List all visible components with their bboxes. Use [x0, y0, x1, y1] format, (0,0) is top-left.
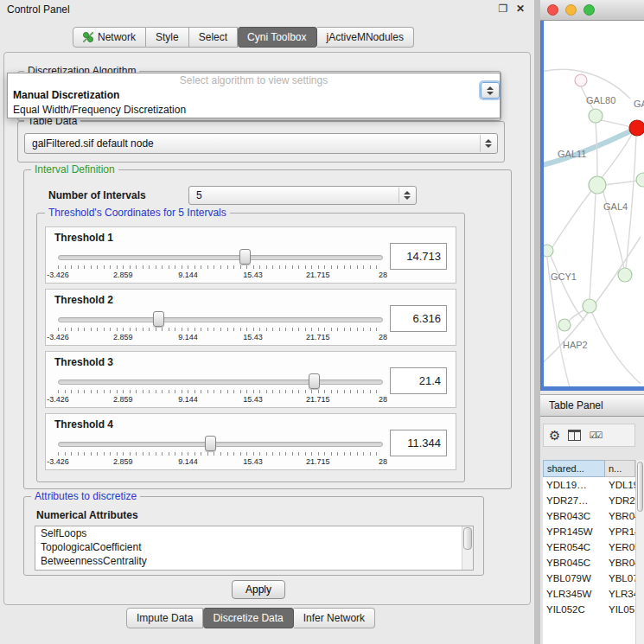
network-node[interactable]: [544, 245, 553, 257]
tab-label: Select: [199, 28, 227, 47]
table-row[interactable]: YDL19…YDL19: [543, 477, 635, 493]
network-node[interactable]: [636, 173, 644, 187]
network-node[interactable]: [618, 268, 632, 282]
float-window-icon[interactable]: ❐: [496, 3, 510, 15]
attribute-item[interactable]: TopologicalCoefficient: [35, 540, 473, 554]
tab-network[interactable]: Network: [73, 27, 146, 48]
numerical-attributes-label: Numerical Attributes: [36, 509, 138, 521]
tab-select[interactable]: Select: [189, 27, 238, 48]
slider-thumb[interactable]: [205, 436, 216, 451]
cell-shared-name: YBL079W: [543, 571, 605, 586]
threshold-1-slider[interactable]: [58, 253, 383, 262]
threshold-4-label: Threshold 4: [54, 418, 113, 430]
combo-arrows-icon: [480, 135, 496, 152]
cell-name: YBR04: [605, 555, 635, 571]
node-label: HAP2: [563, 340, 588, 350]
network-node[interactable]: [575, 74, 587, 86]
tab-infer-network[interactable]: Infer Network: [294, 608, 375, 628]
threshold-3-slider[interactable]: [58, 378, 383, 386]
attributes-scrollbar[interactable]: [462, 526, 473, 570]
tick-label: 2.859: [113, 333, 133, 341]
network-edge[interactable]: [544, 69, 630, 99]
network-edge[interactable]: [590, 194, 596, 299]
columns-icon[interactable]: [568, 430, 581, 441]
gear-icon[interactable]: ⚙: [549, 429, 560, 442]
number-of-intervals-combo[interactable]: 5: [188, 186, 417, 205]
network-edge[interactable]: [552, 191, 591, 247]
stepper-up-icon: [487, 86, 494, 90]
close-traffic-light-icon[interactable]: [547, 4, 558, 16]
slider-thumb[interactable]: [153, 311, 164, 327]
attribute-item[interactable]: SelfLoops: [35, 526, 473, 540]
network-node[interactable]: [589, 176, 606, 194]
table-row[interactable]: YBL079WYBL07: [543, 571, 635, 586]
network-edge[interactable]: [601, 120, 630, 127]
scrollbar-thumb[interactable]: [637, 462, 643, 512]
cell-name: YDL19: [605, 477, 635, 493]
tab-style[interactable]: Style: [146, 27, 189, 48]
threshold-2-slider[interactable]: [58, 316, 383, 324]
table-header-row: shared... n...: [543, 460, 635, 477]
table-row[interactable]: YDR27…YDR27: [543, 493, 635, 508]
network-canvas[interactable]: GAL80GAGAL11GAL4GCY1HAP2: [544, 21, 644, 386]
network-node[interactable]: [589, 109, 603, 123]
select-columns-icon[interactable]: ☑☑: [589, 431, 601, 440]
table-row[interactable]: YBR043CYBR04: [543, 508, 635, 524]
tab-label: Impute Data: [137, 609, 193, 628]
top-tab-bar: NetworkStyleSelectCyni ToolboxjActiveMNo…: [73, 27, 414, 48]
table-row[interactable]: YBR045CYBR04: [543, 555, 635, 571]
tab-discretize-data[interactable]: Discretize Data: [203, 608, 293, 628]
tick-label: 21.715: [306, 271, 330, 279]
tab-jactivemnodules[interactable]: jActiveMNodules: [317, 27, 414, 48]
network-node[interactable]: [583, 299, 596, 313]
algorithm-option-manual[interactable]: Manual Discretization: [8, 88, 500, 103]
scrollbar-thumb[interactable]: [463, 527, 472, 550]
number-of-intervals-value: 5: [196, 189, 202, 201]
selected-network-node[interactable]: [629, 120, 644, 136]
tick-label: 21.715: [306, 457, 330, 466]
minimize-traffic-light-icon[interactable]: [565, 4, 577, 16]
threshold-3-value[interactable]: 21.4: [390, 367, 447, 394]
tick-label: 28: [379, 395, 387, 404]
tab-impute-data[interactable]: Impute Data: [126, 608, 203, 628]
table-row[interactable]: YIL052CYIL05: [543, 602, 635, 617]
network-edge[interactable]: [596, 123, 597, 176]
column-header-shared-name[interactable]: shared...: [543, 460, 605, 477]
cell-shared-name: YLR345W: [543, 586, 605, 602]
column-header-name[interactable]: n...: [605, 460, 635, 477]
slider-thumb[interactable]: [309, 373, 320, 389]
table-row[interactable]: YER054CYER05: [543, 539, 635, 555]
node-label: GAL11: [558, 149, 586, 159]
slider-tickmarks: [58, 265, 383, 269]
threshold-1-value[interactable]: 14.713: [390, 243, 447, 270]
table-row[interactable]: YPR145WYPR14: [543, 524, 635, 539]
tab-cyni-toolbox[interactable]: Cyni Toolbox: [238, 27, 316, 48]
tab-label: Style: [156, 28, 179, 47]
algorithm-combo-stepper[interactable]: [481, 82, 500, 99]
table-scrollbar[interactable]: [635, 460, 644, 644]
threshold-2-value[interactable]: 6.316: [390, 305, 447, 332]
table-data-combo[interactable]: galFiltered.sif default node: [24, 133, 498, 154]
threshold-4-slider[interactable]: [58, 440, 383, 449]
apply-button[interactable]: Apply: [232, 580, 285, 599]
threshold-4-panel: Threshold 4 -3.4262.8599.14415.4321.7152…: [45, 413, 456, 470]
slider-thumb[interactable]: [239, 249, 251, 265]
threshold-4-value[interactable]: 11.344: [390, 430, 447, 456]
algorithm-option-equal-width[interactable]: Equal Width/Frequency Discretization: [8, 103, 500, 118]
network-edge[interactable]: [544, 128, 637, 166]
combo-arrows-icon: [399, 188, 415, 203]
network-node[interactable]: [558, 319, 571, 331]
algorithm-placeholder-option[interactable]: Select algorithm to view settings: [8, 73, 500, 88]
network-edge[interactable]: [592, 313, 641, 384]
attribute-item[interactable]: BetweennessCentrality: [35, 554, 473, 568]
zoom-traffic-light-icon[interactable]: [583, 4, 595, 16]
close-window-icon[interactable]: ✕: [513, 3, 527, 15]
tab-label: Infer Network: [303, 609, 365, 628]
slider-tick-labels: -3.4262.8599.14415.4321.71528: [58, 271, 383, 280]
number-of-intervals-label: Number of Intervals: [48, 189, 146, 201]
cell-shared-name: YIL052C: [543, 602, 605, 617]
slider-tickmarks: [58, 452, 383, 456]
network-edge[interactable]: [551, 256, 584, 321]
numerical-attributes-list[interactable]: SelfLoopsTopologicalCoefficientBetweenne…: [35, 526, 474, 571]
table-row[interactable]: YLR345WYLR34: [543, 586, 635, 602]
